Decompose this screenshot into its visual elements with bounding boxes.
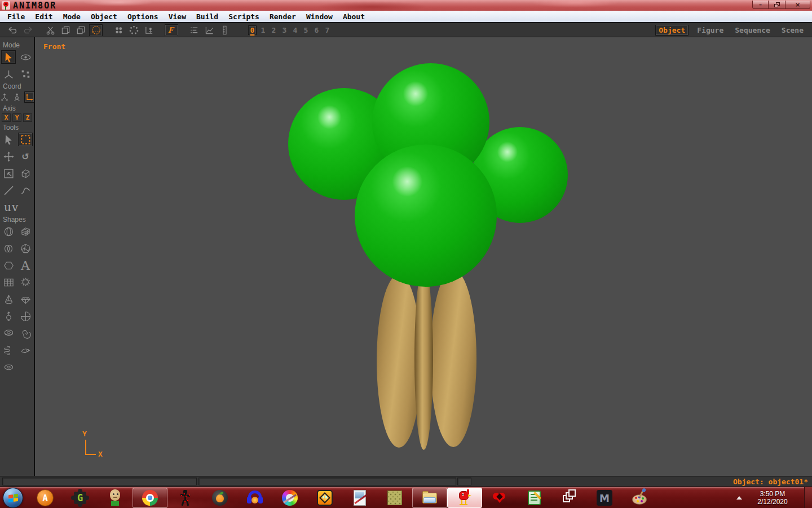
copy-icon[interactable] bbox=[59, 24, 72, 36]
graph-editor-icon[interactable] bbox=[202, 24, 216, 36]
m-app-taskbar-button[interactable]: M bbox=[587, 488, 622, 508]
tree-model[interactable] bbox=[35, 37, 812, 476]
select-cursor-icon[interactable] bbox=[1, 50, 16, 64]
unity-heart-taskbar-button[interactable] bbox=[482, 488, 517, 508]
paste-icon[interactable] bbox=[74, 24, 87, 36]
parametric-icon[interactable] bbox=[1, 309, 16, 323]
tab-object[interactable]: Object bbox=[655, 25, 689, 36]
menu-options[interactable]: Options bbox=[122, 11, 164, 22]
show-desktop-button[interactable] bbox=[804, 487, 812, 508]
window-stack-taskbar-button[interactable] bbox=[552, 488, 587, 508]
cut-icon[interactable] bbox=[43, 24, 57, 36]
ms-paint-taskbar-button[interactable] bbox=[622, 488, 657, 508]
spring-icon[interactable] bbox=[1, 343, 16, 357]
spiral-icon[interactable] bbox=[18, 326, 33, 340]
ngon-icon[interactable] bbox=[1, 259, 16, 272]
anim8or-shortcut-taskbar-button[interactable]: A bbox=[28, 488, 63, 508]
chrome-taskbar-button[interactable] bbox=[133, 488, 167, 508]
frame-number-5[interactable]: 5 bbox=[302, 26, 310, 34]
frame-number-6[interactable]: 6 bbox=[312, 26, 321, 34]
point-circle-icon[interactable] bbox=[127, 24, 140, 36]
nonuniform-scale-icon[interactable] bbox=[18, 167, 33, 180]
frame-number-1[interactable]: 1 bbox=[259, 26, 267, 34]
menu-window[interactable]: Window bbox=[301, 11, 338, 22]
menu-render[interactable]: Render bbox=[264, 11, 301, 22]
cone-icon[interactable] bbox=[1, 292, 16, 306]
visibility-eye-icon[interactable] bbox=[18, 50, 33, 64]
frame-number-2[interactable]: 2 bbox=[270, 26, 278, 34]
file-explorer-taskbar-button[interactable] bbox=[412, 488, 447, 508]
wireframe-sphere-icon[interactable] bbox=[89, 24, 103, 36]
tree-trunk-lobe[interactable] bbox=[414, 266, 433, 450]
tray-clock[interactable]: 3:50 PM 2/12/2020 bbox=[747, 490, 798, 506]
gamemaker-taskbar-button[interactable]: G bbox=[63, 488, 98, 508]
curve-icon[interactable] bbox=[18, 183, 33, 197]
grid-icon[interactable] bbox=[1, 275, 16, 289]
menu-object[interactable]: Object bbox=[86, 11, 122, 22]
cube-icon[interactable] bbox=[18, 225, 33, 238]
anim8or-app-icon[interactable] bbox=[2, 1, 10, 10]
tab-sequence[interactable]: Sequence bbox=[732, 25, 773, 35]
minecraft-taskbar-button[interactable] bbox=[377, 488, 412, 508]
frame-number-3[interactable]: 3 bbox=[280, 26, 289, 34]
frame-number-7[interactable]: 7 bbox=[323, 26, 332, 34]
fan-icon[interactable] bbox=[18, 309, 33, 323]
scale-icon[interactable] bbox=[1, 167, 16, 180]
headphones-taskbar-button[interactable] bbox=[237, 488, 272, 508]
move-icon[interactable] bbox=[1, 150, 16, 163]
torus-icon[interactable] bbox=[1, 326, 16, 340]
fast-shader-icon[interactable]: F bbox=[165, 24, 178, 36]
menu-mode[interactable]: Mode bbox=[58, 11, 86, 22]
menu-edit[interactable]: Edit bbox=[30, 11, 58, 22]
tab-scene[interactable]: Scene bbox=[779, 25, 806, 35]
ruler-icon[interactable] bbox=[218, 24, 231, 36]
world-coords-icon[interactable] bbox=[0, 91, 10, 103]
menu-scripts[interactable]: Scripts bbox=[223, 11, 264, 22]
menu-build[interactable]: Build bbox=[191, 11, 223, 22]
close-button[interactable]: × bbox=[785, 1, 810, 9]
viewport-front[interactable]: Front Y X bbox=[35, 37, 812, 476]
anim8or-taskbar-button[interactable] bbox=[447, 488, 482, 508]
object-coords-icon[interactable] bbox=[12, 91, 22, 103]
frame-number-4[interactable]: 4 bbox=[291, 26, 299, 34]
tree-trunk-lobe[interactable] bbox=[430, 270, 476, 447]
axis-x-button[interactable]: X bbox=[2, 113, 11, 122]
list-icon[interactable] bbox=[187, 24, 201, 36]
show-hidden-icons-button[interactable] bbox=[732, 491, 747, 505]
fl-studio-taskbar-button[interactable] bbox=[202, 488, 237, 508]
tab-figure[interactable]: Figure bbox=[694, 25, 726, 35]
geosphere-icon[interactable] bbox=[18, 242, 33, 255]
stickman-taskbar-button[interactable] bbox=[167, 488, 202, 508]
point-mode-icon[interactable] bbox=[18, 67, 33, 81]
line-icon[interactable] bbox=[1, 183, 16, 197]
axis-tripod-icon[interactable] bbox=[1, 67, 16, 81]
ellipse-icon[interactable] bbox=[1, 360, 16, 374]
axis-y-button[interactable]: Y bbox=[12, 113, 21, 122]
screen-coords-icon[interactable] bbox=[24, 91, 34, 103]
frame-number-0[interactable]: 0 bbox=[248, 25, 257, 35]
geometry-dash-taskbar-button[interactable] bbox=[307, 488, 342, 508]
image-editor-taskbar-button[interactable] bbox=[342, 488, 377, 508]
axis-z-button[interactable]: Z bbox=[23, 113, 32, 122]
redo-icon[interactable] bbox=[21, 24, 34, 36]
rect-select-icon[interactable] bbox=[18, 133, 33, 146]
sphere-icon[interactable] bbox=[1, 225, 16, 238]
restore-button[interactable] bbox=[769, 1, 785, 9]
menu-file[interactable]: File bbox=[2, 11, 30, 22]
notepad-plus-plus-taskbar-button[interactable] bbox=[517, 488, 552, 508]
select-arrow-icon[interactable] bbox=[1, 133, 16, 146]
menu-view[interactable]: View bbox=[164, 11, 191, 22]
splat-icon[interactable] bbox=[18, 275, 33, 289]
baldi-taskbar-button[interactable] bbox=[98, 488, 133, 508]
sidebar-uv-label[interactable]: uv bbox=[4, 200, 34, 214]
undo-icon[interactable] bbox=[6, 24, 19, 36]
shell-icon[interactable] bbox=[18, 343, 33, 357]
diamond-icon[interactable] bbox=[18, 292, 33, 306]
paint-net-taskbar-button[interactable] bbox=[272, 488, 307, 508]
text-icon[interactable]: A bbox=[18, 259, 33, 272]
quad-view-icon[interactable] bbox=[112, 24, 125, 36]
tree-foliage-sphere[interactable] bbox=[355, 144, 497, 287]
rotate-icon[interactable]: ↺ bbox=[18, 150, 33, 163]
start-button[interactable] bbox=[3, 488, 23, 508]
menu-about[interactable]: About bbox=[338, 11, 370, 22]
